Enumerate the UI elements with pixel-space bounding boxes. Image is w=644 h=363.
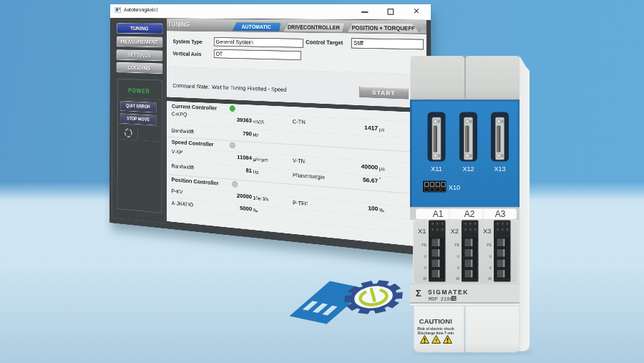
svg-text:X2: X2 xyxy=(451,227,459,235)
svg-text:CAUTION!: CAUTION! xyxy=(419,317,452,325)
svg-text:U: U xyxy=(457,254,459,258)
svg-text:SIGMATEK: SIGMATEK xyxy=(428,289,469,296)
svg-text:X11: X11 xyxy=(431,165,441,173)
svg-text:Discharge time 7 min: Discharge time 7 min xyxy=(418,331,454,335)
svg-text:U: U xyxy=(424,254,426,258)
svg-text:W: W xyxy=(456,276,459,281)
svg-text:X1: X1 xyxy=(418,227,426,235)
svg-text:X12: X12 xyxy=(462,165,474,173)
svg-text:A3: A3 xyxy=(495,209,506,219)
svg-text:PE: PE xyxy=(454,243,459,247)
svg-text:PE: PE xyxy=(487,243,492,247)
svg-text:W: W xyxy=(488,276,492,281)
svg-text:MDP 2100: MDP 2100 xyxy=(429,296,453,302)
svg-text:A2: A2 xyxy=(464,209,475,219)
svg-text:U: U xyxy=(489,254,492,258)
svg-text:PE: PE xyxy=(421,243,426,247)
svg-text:X3: X3 xyxy=(483,227,492,235)
svg-text:W: W xyxy=(423,276,426,281)
svg-text:X10: X10 xyxy=(449,184,460,191)
svg-text:Σ: Σ xyxy=(416,288,421,299)
svg-text:A1: A1 xyxy=(433,209,444,219)
svg-text:X13: X13 xyxy=(494,165,505,173)
